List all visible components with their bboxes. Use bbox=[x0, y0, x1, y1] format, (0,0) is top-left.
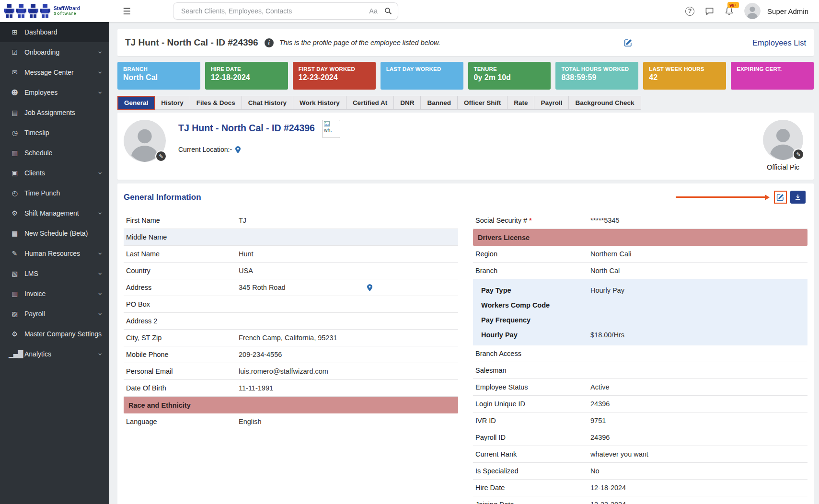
logo-pixel-person-icon bbox=[4, 4, 14, 18]
tab-chat-history[interactable]: Chat History bbox=[242, 96, 293, 110]
master-company-settings-icon: ⚙ bbox=[9, 330, 20, 338]
field-label: Hourly Pay bbox=[473, 331, 590, 339]
location-pin-icon[interactable] bbox=[235, 146, 241, 153]
field-row-po-box: PO Box bbox=[124, 296, 458, 313]
notifications-bell-icon[interactable]: 99+ bbox=[725, 6, 734, 16]
search-input[interactable] bbox=[181, 7, 369, 15]
sidebar-item-label: Onboarding bbox=[24, 48, 59, 56]
sidebar-item-invoice[interactable]: ▥Invoice› bbox=[0, 284, 109, 304]
sidebar-item-master-company-settings[interactable]: ⚙Master Company Settings bbox=[0, 324, 109, 344]
download-button[interactable] bbox=[790, 191, 806, 204]
sidebar-item-message-center[interactable]: ✉Message Center› bbox=[0, 62, 109, 82]
sidebar-item-time-punch[interactable]: ◴Time Punch bbox=[0, 183, 109, 203]
tab-history[interactable]: History bbox=[155, 96, 190, 110]
stat-card-expiring-cert: EXPIRING CERT. bbox=[731, 62, 814, 90]
search-icon[interactable] bbox=[384, 7, 392, 15]
edit-profile-photo-icon[interactable]: ✎ bbox=[155, 150, 167, 162]
field-value: French Camp, California, 95231 bbox=[239, 333, 337, 342]
sidebar-item-shift-management[interactable]: ⚙Shift Management› bbox=[0, 203, 109, 223]
sidebar-item-human-resources[interactable]: ✎Human Resources› bbox=[0, 243, 109, 263]
tab-payroll[interactable]: Payroll bbox=[534, 96, 569, 110]
employees-list-link[interactable]: Employees List bbox=[752, 38, 806, 47]
map-pin-icon[interactable] bbox=[367, 284, 372, 291]
sidebar-item-label: Master Company Settings bbox=[24, 330, 102, 338]
broken-image-alt-text: wh. bbox=[324, 127, 338, 133]
app-logo[interactable]: StaffWizard Software bbox=[0, 0, 109, 22]
field-row-first-name: First NameTJ bbox=[124, 212, 458, 229]
edit-official-pic-icon[interactable]: ✎ bbox=[793, 149, 804, 160]
schedule-icon: ▦ bbox=[9, 149, 20, 157]
topbar-right-cluster: ? 99+ Super Admin bbox=[685, 3, 819, 19]
sidebar-item-clients[interactable]: ▣Clients› bbox=[0, 163, 109, 183]
help-icon[interactable]: ? bbox=[685, 7, 694, 16]
logo-pixel-person-icon bbox=[28, 4, 38, 18]
field-label: Payroll ID bbox=[473, 434, 590, 441]
brand-subname: Software bbox=[54, 11, 80, 16]
field-row-personal-email: Personal Emailluis.romero@staffwizard.co… bbox=[124, 363, 458, 380]
search-case-toggle[interactable]: Aa bbox=[369, 7, 378, 15]
general-information-panel: General Information First NameTJMiddle N… bbox=[117, 183, 814, 504]
sidebar-nav: ⊞Dashboard☑Onboarding›✉Message Center›☻E… bbox=[0, 22, 109, 504]
field-label: First Name bbox=[124, 217, 239, 224]
tab-general[interactable]: General bbox=[117, 96, 155, 110]
field-label: Personal Email bbox=[124, 367, 239, 375]
field-row-hire-date: Hire Date12-18-2024 bbox=[473, 480, 807, 496]
edit-general-info-icon[interactable] bbox=[774, 191, 787, 204]
tab-files-docs[interactable]: Files & Docs bbox=[190, 96, 242, 110]
field-row-hourly-pay: Hourly Pay$18.00/Hrs bbox=[473, 327, 807, 342]
tab-banned[interactable]: Banned bbox=[421, 96, 458, 110]
sidebar-item-job-assignments[interactable]: ▤Job Assignments bbox=[0, 103, 109, 123]
sidebar-item-payroll[interactable]: ▨Payroll› bbox=[0, 304, 109, 324]
tab-officer-shift[interactable]: Officer Shift bbox=[458, 96, 508, 110]
sidebar-item-label: Dashboard bbox=[24, 28, 58, 36]
sidebar-item-new-schedule-beta[interactable]: ▦New Schedule (Beta) bbox=[0, 223, 109, 243]
chevron-down-icon: › bbox=[95, 91, 104, 94]
field-label: City, ST Zip bbox=[124, 334, 239, 342]
field-value: 12-23-2024 bbox=[590, 500, 626, 504]
field-row-pay-frequency: Pay Frequency bbox=[473, 312, 807, 327]
sidebar-item-lms[interactable]: ▧LMS› bbox=[0, 263, 109, 284]
notification-badge: 99+ bbox=[727, 2, 739, 8]
tab-background-check[interactable]: Background Check bbox=[569, 96, 641, 110]
tab-dnr[interactable]: DNR bbox=[394, 96, 421, 110]
chevron-down-icon: › bbox=[95, 252, 104, 255]
sidebar-item-dashboard[interactable]: ⊞Dashboard bbox=[0, 22, 109, 42]
field-label: Joining Date bbox=[473, 501, 590, 504]
tab-rate[interactable]: Rate bbox=[508, 96, 534, 110]
field-value: 9751 bbox=[590, 416, 606, 425]
user-name[interactable]: Super Admin bbox=[767, 7, 808, 15]
edit-page-icon[interactable] bbox=[624, 38, 633, 47]
field-label: Mobile Phone bbox=[124, 351, 239, 358]
field-value: USA bbox=[239, 266, 253, 275]
sidebar-item-label: Analytics bbox=[24, 350, 51, 358]
user-avatar[interactable] bbox=[744, 3, 761, 19]
field-value: 11-11-1991 bbox=[239, 384, 273, 392]
official-pic-photo[interactable]: ✎ bbox=[763, 120, 803, 160]
field-row-payroll-id: Payroll ID24396 bbox=[473, 429, 807, 446]
sidebar-item-onboarding[interactable]: ☑Onboarding› bbox=[0, 42, 109, 62]
field-row-workers-comp-code: Workers Comp Code bbox=[473, 298, 807, 312]
chat-icon[interactable] bbox=[705, 7, 714, 16]
time-punch-icon: ◴ bbox=[9, 189, 20, 197]
hamburger-menu-icon[interactable]: ☰ bbox=[123, 6, 131, 16]
info-icon[interactable]: i bbox=[265, 38, 274, 47]
field-row-middle-name: Middle Name bbox=[124, 229, 458, 246]
sidebar-item-schedule[interactable]: ▦Schedule bbox=[0, 143, 109, 163]
field-row-employee-status: Employee StatusActive bbox=[473, 379, 807, 396]
sidebar-item-timeslip[interactable]: ◷Timeslip bbox=[0, 123, 109, 143]
profile-name: TJ Hunt - North Cal - ID #24396 bbox=[178, 123, 315, 134]
sidebar-item-analytics[interactable]: ▁▄█Analytics› bbox=[0, 344, 109, 364]
invoice-icon: ▥ bbox=[9, 290, 20, 298]
field-row-region: RegionNorthern Cali bbox=[473, 246, 807, 263]
field-band-race-and-ethnicity: Race and Ethnicity bbox=[124, 397, 458, 413]
field-label: Branch Access bbox=[473, 350, 590, 357]
stat-card-last-week-hours: LAST WEEK HOURS42 bbox=[643, 62, 726, 90]
tab-work-history[interactable]: Work History bbox=[293, 96, 346, 110]
main-content: TJ Hunt - North Cal - ID #24396 i This i… bbox=[109, 0, 819, 504]
tab-certified-at[interactable]: Certified At bbox=[346, 96, 394, 110]
broken-image-placeholder: wh. bbox=[322, 120, 340, 138]
field-row-country: CountryUSA bbox=[124, 263, 458, 279]
logo-pixel-person-icon bbox=[16, 4, 26, 18]
sidebar-item-employees[interactable]: ☻Employees› bbox=[0, 82, 109, 103]
profile-photo[interactable]: ✎ bbox=[124, 120, 166, 162]
